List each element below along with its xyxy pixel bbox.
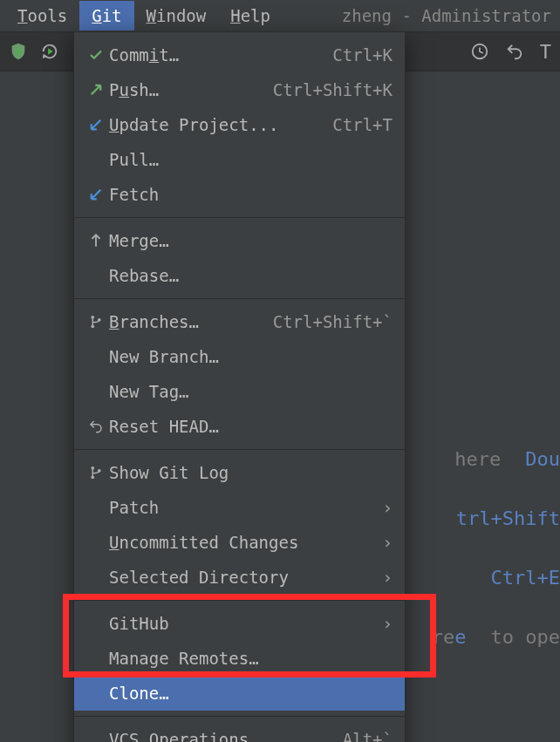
reset-icon	[83, 419, 109, 434]
push-arrow-icon	[83, 82, 109, 98]
menu-separator	[74, 716, 405, 717]
menu-new-branch[interactable]: New Branch…	[74, 339, 405, 374]
check-icon	[83, 47, 109, 63]
svg-point-2	[91, 324, 94, 328]
undo-icon[interactable]	[505, 42, 524, 61]
chevron-right-icon: ›	[383, 614, 393, 633]
menu-github[interactable]: GitHub ›	[74, 606, 405, 641]
menu-uncommitted-changes[interactable]: Uncommitted Changes ›	[74, 525, 405, 560]
svg-point-1	[91, 316, 94, 319]
menu-push[interactable]: Push… Ctrl+Shift+K	[74, 72, 405, 107]
refresh-run-icon[interactable]	[40, 42, 59, 61]
menu-pull[interactable]: Pull…	[74, 142, 405, 177]
menu-patch[interactable]: Patch ›	[74, 490, 405, 525]
shield-run-icon[interactable]	[9, 42, 28, 61]
menu-tools[interactable]: Tools	[5, 1, 79, 31]
menu-branches[interactable]: Branches… Ctrl+Shift+`	[74, 304, 405, 339]
menu-help[interactable]: Help	[218, 1, 283, 31]
menu-commit[interactable]: Commit… Ctrl+K	[74, 37, 405, 72]
menu-show-git-log[interactable]: Show Git Log	[74, 455, 405, 490]
menubar: Tools Git Window Help zheng - Administra…	[0, 0, 560, 31]
merge-icon	[83, 233, 109, 248]
menu-selected-directory[interactable]: Selected Directory ›	[74, 560, 405, 595]
menu-clone[interactable]: Clone…	[74, 676, 405, 711]
menu-git[interactable]: Git	[79, 1, 133, 31]
menu-fetch[interactable]: Fetch	[74, 177, 405, 212]
menu-new-tag[interactable]: New Tag…	[74, 374, 405, 409]
chevron-right-icon: ›	[383, 498, 393, 517]
menu-separator	[74, 298, 405, 299]
svg-point-5	[91, 475, 94, 479]
menu-reset-head[interactable]: Reset HEAD…	[74, 409, 405, 444]
menu-manage-remotes[interactable]: Manage Remotes…	[74, 641, 405, 676]
git-menu-dropdown: Commit… Ctrl+K Push… Ctrl+Shift+K Update…	[73, 31, 406, 742]
menu-merge[interactable]: Merge…	[74, 223, 405, 258]
branch-icon	[83, 314, 109, 330]
chevron-right-icon: ›	[383, 568, 393, 587]
chevron-right-icon: ›	[383, 533, 393, 552]
update-arrow-icon	[83, 117, 109, 133]
history-icon[interactable]	[470, 42, 489, 61]
menu-separator	[74, 217, 405, 218]
menu-vcs-operations[interactable]: VCS Operations Alt+`	[74, 722, 405, 742]
menu-separator	[74, 449, 405, 450]
menu-update-project[interactable]: Update Project... Ctrl+T	[74, 107, 405, 142]
branch-icon	[83, 465, 109, 480]
toolbar-more[interactable]: T	[540, 41, 551, 63]
fetch-arrow-icon	[83, 187, 109, 202]
svg-point-4	[91, 466, 94, 470]
menu-rebase[interactable]: Rebase…	[74, 258, 405, 293]
menu-window[interactable]: Window	[134, 1, 219, 31]
window-title: zheng - Administrator	[342, 6, 560, 25]
menu-separator	[74, 600, 405, 601]
